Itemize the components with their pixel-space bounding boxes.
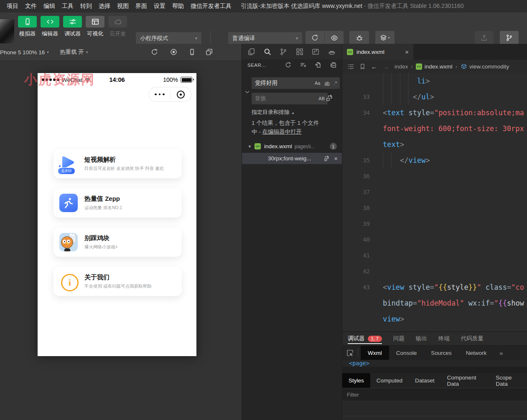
devtools-tab-network[interactable]: Network [459, 346, 494, 360]
debugger-tab-输出[interactable]: 输出 [416, 332, 427, 345]
outline-icon[interactable] [348, 63, 354, 70]
wxml-tree-pane[interactable]: <page> [342, 360, 527, 367]
bookmark-icon[interactable] [359, 63, 366, 70]
styles-filter-input[interactable]: Filter [342, 388, 527, 401]
feature-card[interactable]: i关于我们不会使用 或有问题可点我获取帮助 [53, 267, 182, 296]
chevron-down-icon: ▾ [195, 36, 197, 40]
upload-button[interactable] [475, 31, 494, 45]
debugger-tab-label: 调试器 [348, 335, 365, 342]
result-match-row[interactable]: 30rpx;font-weig... × [242, 153, 342, 164]
forward-icon[interactable]: → [383, 63, 389, 70]
feature-card[interactable]: 热量值 Zepp运动热量 排名NO.1 [53, 188, 182, 218]
inspector-tab-component-data[interactable]: Component Data [441, 373, 490, 388]
restart-icon[interactable] [151, 48, 158, 56]
replace-input[interactable]: 替换 AB [252, 93, 328, 104]
mode-select[interactable]: 小程序模式 ▾ [136, 32, 201, 44]
code-editor[interactable]: li>33</ul>34<text style="position:absolu… [342, 73, 527, 332]
devtools-tab-wxml[interactable]: Wxml [361, 346, 389, 360]
nav-button-code[interactable]: 编辑器 [41, 16, 59, 38]
refresh-results-icon[interactable] [285, 62, 291, 68]
regex-toggle[interactable]: .* [333, 80, 338, 86]
nav-button-cloud[interactable]: 云开发 [108, 16, 127, 38]
clear-results-icon[interactable] [300, 62, 306, 68]
menu-item[interactable]: 选择 [95, 3, 114, 10]
explorer-icon[interactable] [247, 48, 255, 56]
dismiss-match-icon[interactable]: × [334, 155, 338, 162]
menu-item[interactable]: 工具 [59, 3, 77, 10]
toolbar: 模拟器编辑器调试器可视化云开发 小程序模式 ▾ 普通编译 ▾ 编译 预览 真机调… [0, 13, 527, 44]
collapse-all-icon[interactable] [330, 62, 336, 68]
close-tab-icon[interactable]: × [405, 48, 409, 56]
menu-item[interactable]: 项目 [3, 3, 22, 10]
open-as-editor-icon[interactable] [315, 62, 321, 68]
debugger-tab-调试器[interactable]: 调试器1, 7 [348, 332, 382, 345]
clear-cache-button[interactable]: ▾ [375, 31, 395, 45]
replace-all-icon[interactable] [326, 94, 333, 101]
wechat-devtools-window: 项目文件编辑工具转到选择视图界面设置帮助微信开发者工具 引流版-未加密版本 优选… [0, 0, 527, 420]
stop-icon[interactable] [170, 48, 177, 56]
compile-button[interactable] [306, 31, 324, 45]
inspect-element-icon[interactable] [346, 349, 354, 357]
debugger-tab-问题[interactable]: 问题 [393, 332, 405, 345]
preserve-case-toggle[interactable]: AB [317, 95, 326, 102]
extensions-icon[interactable] [296, 48, 303, 56]
detach-window-icon[interactable] [206, 48, 213, 56]
wxml-node[interactable]: <page> [349, 360, 369, 367]
docker-icon[interactable] [328, 48, 336, 56]
feature-card[interactable]: 去水印短视频解析目前仅可皮皮虾 皮皮搞笑 快手 抖音 最右 [53, 149, 182, 178]
devtools-tab-sources[interactable]: Sources [424, 346, 459, 360]
menu-item[interactable]: 设置 [150, 3, 169, 10]
more-menu-button[interactable] [149, 94, 170, 96]
breadcrumb-item-file[interactable]: index.wxml [425, 63, 453, 70]
version-control-button[interactable] [500, 31, 519, 45]
feature-card[interactable]: 别踩鸡块爆火网络小游戏+ [53, 228, 182, 257]
debugger-tab-代码质量[interactable]: 代码质量 [461, 332, 484, 345]
breadcrumb-item-index[interactable]: index [395, 63, 408, 70]
code-text: li> [383, 73, 430, 89]
result-file-row[interactable]: ▼ <> index.wxml pages\i... 1 [242, 141, 342, 152]
menu-item[interactable]: 文件 [22, 3, 40, 10]
devtools-tab-console[interactable]: Console [389, 346, 424, 360]
info-icon: i [59, 272, 78, 291]
inspector-tab-computed[interactable]: Computed [370, 373, 409, 388]
hot-reload-toggle[interactable]: 热重载 开▾ [60, 48, 88, 56]
replace-match-icon[interactable] [324, 155, 330, 162]
source-control-icon[interactable] [280, 48, 287, 56]
tab-index-wxml[interactable]: <> index.wxml × [342, 44, 413, 60]
remote-debug-button[interactable] [349, 31, 369, 45]
line-number: 42 [342, 263, 370, 279]
menu-item[interactable]: 转到 [77, 3, 95, 10]
include-exclude-toggle[interactable]: 指定目录和排除▲ [252, 109, 295, 116]
code-line: 43<view style="{{style}}" class="co [342, 279, 527, 295]
compile-mode-select[interactable]: 普通编译 ▾ [228, 32, 302, 44]
match-case-toggle[interactable]: Aa [313, 80, 321, 86]
menu-item[interactable]: 界面 [132, 3, 150, 10]
nav-button-sliders[interactable]: 调试器 [63, 16, 82, 38]
search-input[interactable]: 觉得好用 Aa ab .* [252, 77, 340, 89]
code-text: text> [383, 137, 404, 152]
menu-item[interactable]: 视图 [114, 3, 132, 10]
close-capsule-button[interactable] [171, 91, 191, 99]
nav-button-layout[interactable]: 可视化 [86, 16, 104, 38]
toggle-replace-icon[interactable] [244, 89, 250, 95]
npm-package-icon[interactable] [312, 48, 319, 56]
menu-item[interactable]: 编辑 [40, 3, 59, 10]
inspector-tab-styles[interactable]: Styles [342, 373, 370, 388]
device-frame-icon[interactable] [188, 48, 196, 56]
device-select[interactable]: iPhone 5 100% 16▾ [0, 49, 49, 56]
open-in-editor-link[interactable]: 在编辑器中打开 [262, 129, 302, 135]
search-icon[interactable] [264, 48, 271, 56]
inspector-tab-dataset[interactable]: Dataset [409, 373, 441, 388]
nav-button-phone[interactable]: 模拟器 [18, 16, 37, 38]
back-icon[interactable]: ← [371, 63, 377, 70]
menu-item[interactable]: 微信开发者工具 [187, 3, 235, 10]
preview-button[interactable] [324, 31, 344, 45]
more-tabs-icon[interactable]: » [499, 349, 503, 357]
inspector-tab-scope-data[interactable]: Scope Data [489, 373, 527, 388]
breadcrumb-item-symbol[interactable]: view.commodity [469, 63, 509, 70]
debugger-tab-终端[interactable]: 终端 [438, 332, 450, 345]
user-avatar[interactable] [0, 19, 14, 43]
pane-divider[interactable] [342, 367, 527, 373]
menu-item[interactable]: 帮助 [169, 3, 187, 10]
whole-word-toggle[interactable]: ab [323, 80, 331, 86]
